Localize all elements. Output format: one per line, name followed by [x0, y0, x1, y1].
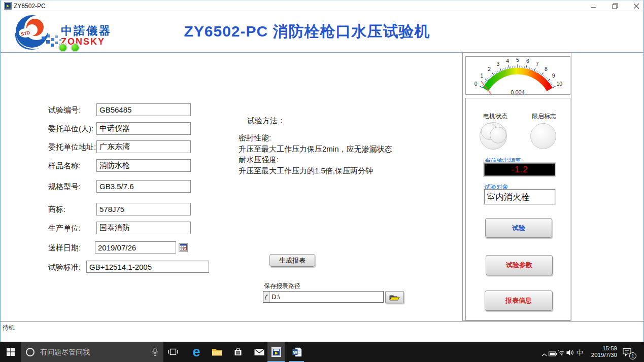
microphone-icon[interactable] [152, 348, 158, 356]
browse-folder-button[interactable] [385, 291, 404, 303]
freq-display: -1.2 [484, 163, 555, 176]
svg-text:8: 8 [545, 66, 548, 72]
limit-flag-indicator [530, 123, 556, 149]
edge-button[interactable]: e [187, 342, 206, 362]
svg-text:5: 5 [516, 57, 519, 63]
start-button[interactable] [0, 342, 21, 362]
spec-model-input[interactable] [96, 180, 191, 193]
method-line: 升压至最大工作压力保压2min，应无渗漏状态 [239, 143, 426, 155]
pressure-gauge: 012345678910 0.004 [466, 57, 570, 94]
motor-status-label: 电机状态 [483, 112, 507, 121]
limit-flag-label: 限启标志 [532, 112, 556, 121]
cortana-icon [26, 348, 35, 356]
tray-clock[interactable]: 15:59 2019/7/30 [584, 345, 617, 358]
method-line: 耐水压强度: [239, 154, 426, 165]
method-line: 密封性能: [239, 132, 426, 143]
control-panel: 012345678910 0.004 电机状态 限启标志 当前输出频率 -1.2… [462, 52, 571, 321]
field-label-test-standard: 试验标准: [48, 261, 81, 273]
labview-app-icon [272, 347, 281, 357]
app-icon [4, 2, 12, 10]
svg-text:0: 0 [474, 81, 478, 87]
svg-text:9: 9 [552, 73, 555, 79]
test-params-button[interactable]: 试验参数 [486, 255, 553, 275]
report-info-button[interactable]: 报表信息 [485, 291, 553, 311]
tray-chevron-icon[interactable] [541, 350, 548, 359]
date-picker-button[interactable] [179, 243, 188, 252]
ime-indicator[interactable]: 中 [577, 348, 583, 357]
svg-text:1: 1 [480, 73, 483, 79]
field-label-spec-model: 规格型号: [48, 180, 81, 193]
client-address-input[interactable] [96, 140, 191, 153]
method-text: 密封性能: 升压至最大工作压力保压2min，应无渗漏状态 耐水压强度: 升压至最… [239, 132, 426, 176]
svg-text:6: 6 [526, 58, 529, 64]
clock-date: 2019/7/30 [584, 352, 617, 358]
sample-name-input[interactable] [96, 159, 191, 172]
client-input[interactable] [96, 122, 191, 135]
svg-text:10: 10 [556, 81, 562, 87]
status-led-1 [58, 43, 67, 52]
taskbar: e [0, 342, 644, 362]
gauge-frame: 012345678910 0.004 [465, 56, 570, 95]
status-led-2 [71, 43, 80, 52]
svg-text:W: W [293, 349, 297, 354]
labview-app-button[interactable] [267, 342, 285, 362]
task-view-button[interactable] [164, 342, 182, 362]
clock-time: 15:59 [584, 345, 617, 352]
generate-report-button[interactable]: 生成报表 [269, 254, 315, 267]
battery-icon[interactable] [549, 349, 557, 358]
search-input[interactable] [39, 347, 141, 356]
windows-logo-icon [7, 348, 15, 356]
sample-date-input[interactable] [95, 241, 176, 254]
manufacturer-input[interactable] [96, 222, 191, 234]
store-button[interactable] [229, 342, 247, 362]
maximize-button[interactable] [605, 1, 625, 12]
brand-english: ZONSKY [61, 37, 105, 47]
gauge-value: 0.004 [511, 89, 525, 94]
test-target-input[interactable] [484, 189, 555, 204]
path-type-icon[interactable] [263, 292, 270, 302]
mail-icon [254, 348, 264, 356]
test-button[interactable]: 试验 [485, 218, 552, 238]
wifi-icon[interactable]: * [558, 349, 566, 358]
svg-text:2: 2 [488, 66, 491, 72]
minimize-button[interactable] [584, 1, 603, 12]
volume-icon[interactable] [566, 349, 574, 358]
window-title: ZY6502-PC [14, 3, 46, 10]
taskbar-search[interactable] [21, 342, 163, 362]
save-path-label: 保存报表路径 [264, 282, 300, 291]
close-button[interactable] [627, 1, 644, 12]
test-standard-input[interactable] [86, 261, 209, 273]
brand-chinese: 中諾儀器 [61, 24, 112, 37]
field-label-sample-name: 样品名称: [48, 159, 81, 172]
edge-icon: e [192, 345, 200, 359]
file-explorer-icon [212, 348, 222, 356]
svg-text:3: 3 [496, 61, 499, 67]
trademark-input[interactable] [96, 203, 191, 215]
status-text: 待机 [3, 323, 15, 332]
field-label-manufacturer: 生产单位: [48, 222, 81, 234]
calendar-clock-icon [180, 244, 187, 250]
svg-text:7: 7 [536, 61, 539, 67]
save-path-input[interactable] [270, 292, 383, 302]
window-border-left [0, 11, 1, 342]
app-window: ZY6502-PC STD 中諾儀器 ZONSKY ZY6502-PC 消防栓枪… [0, 0, 644, 362]
file-explorer-button[interactable] [208, 342, 226, 362]
notification-badge: 1 [629, 352, 636, 359]
mail-button[interactable] [250, 342, 268, 362]
method-line: 升压至最大工作压力的1.5倍,保压两分钟 [239, 165, 426, 176]
svg-text:4: 4 [506, 58, 509, 64]
field-label-client-address: 委托单位地址: [48, 140, 96, 153]
save-path-field [263, 291, 384, 303]
test-no-input[interactable] [96, 103, 191, 116]
field-label-client: 委托单位(人): [48, 122, 93, 135]
store-icon [233, 347, 243, 356]
word-app-button[interactable]: W [288, 342, 306, 362]
gauge-band [486, 71, 550, 89]
field-label-sample-date: 送样日期: [48, 241, 81, 254]
method-title: 试验方法： [247, 116, 285, 126]
motor-ball-2-icon [490, 127, 506, 143]
field-label-trademark: 商标: [48, 203, 65, 215]
task-view-icon [168, 348, 178, 356]
field-label-test-no: 试验编号: [48, 103, 81, 116]
word-app-icon: W [292, 347, 302, 357]
